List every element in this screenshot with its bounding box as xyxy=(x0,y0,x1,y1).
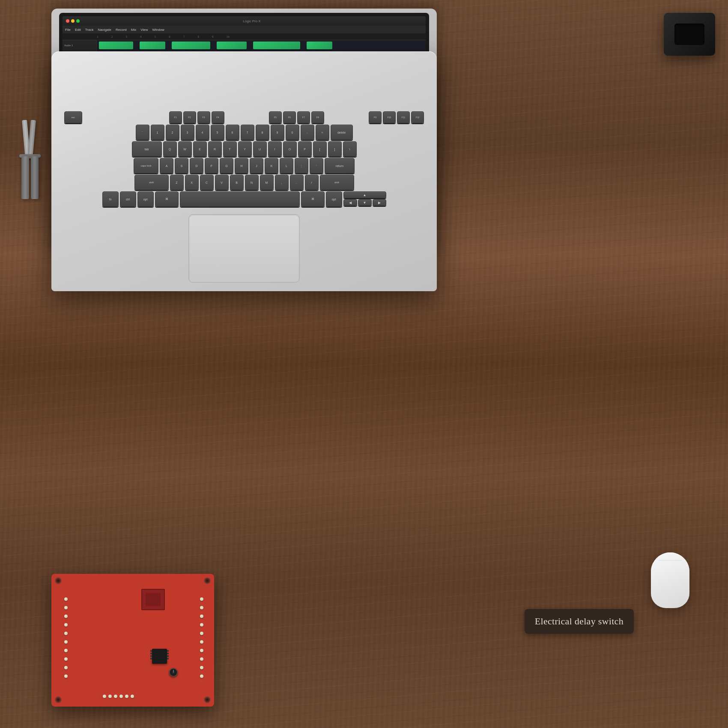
key-delete[interactable]: delete xyxy=(331,125,353,140)
key-8[interactable]: 8 xyxy=(256,125,269,140)
key-f6[interactable]: F6 xyxy=(283,111,296,123)
key-l[interactable]: L xyxy=(280,158,293,173)
key-f1[interactable]: F1 xyxy=(169,111,182,123)
key-arrow-left[interactable]: ◀ xyxy=(343,199,357,206)
key-shift-left[interactable]: shift xyxy=(134,175,169,190)
key-cmd-right[interactable]: ⌘ xyxy=(301,191,325,207)
pcb-potentiometer xyxy=(169,668,178,677)
circuit-board xyxy=(51,574,214,707)
key-6[interactable]: 6 xyxy=(226,125,239,140)
key-f11[interactable]: F11 xyxy=(397,111,410,123)
key-f3[interactable]: F3 xyxy=(197,111,210,123)
key-w[interactable]: W xyxy=(178,141,192,157)
key-tab[interactable]: tab xyxy=(132,141,162,157)
key-v[interactable]: V xyxy=(215,175,229,190)
laptop-trackpad[interactable] xyxy=(188,214,300,283)
key-f[interactable]: F xyxy=(205,158,218,173)
key-f8[interactable]: F8 xyxy=(311,111,324,123)
key-t[interactable]: T xyxy=(223,141,237,157)
key-option[interactable]: opt xyxy=(137,191,154,207)
key-j[interactable]: J xyxy=(250,158,263,173)
key-n[interactable]: N xyxy=(245,175,259,190)
key-a[interactable]: A xyxy=(160,158,173,173)
menu-mix: Mix xyxy=(131,28,136,32)
key-arrow-right[interactable]: ▶ xyxy=(373,199,386,206)
key-d[interactable]: D xyxy=(190,158,203,173)
laptop: Logic Pro X File Edit Track Navigate Rec… xyxy=(51,9,437,291)
key-5[interactable]: 5 xyxy=(211,125,224,140)
key-q[interactable]: Q xyxy=(163,141,177,157)
key-i[interactable]: I xyxy=(268,141,282,157)
key-arrow-up[interactable]: ▲ xyxy=(343,191,386,198)
key-equals[interactable]: = xyxy=(316,125,329,140)
solder-r8 xyxy=(200,657,203,661)
key-bracket-close[interactable]: ] xyxy=(328,141,342,157)
key-slash[interactable]: / xyxy=(305,175,319,190)
key-backtick[interactable]: ` xyxy=(136,125,149,140)
key-f2[interactable]: F2 xyxy=(183,111,196,123)
key-k[interactable]: K xyxy=(265,158,278,173)
key-r[interactable]: R xyxy=(208,141,222,157)
key-f12[interactable]: F12 xyxy=(411,111,424,123)
solder-3 xyxy=(64,615,68,618)
key-minus[interactable]: - xyxy=(301,125,314,140)
key-space[interactable] xyxy=(180,191,300,207)
pcb-bottom-components xyxy=(103,695,134,698)
window-maximize-dot xyxy=(76,19,80,23)
key-3[interactable]: 3 xyxy=(181,125,194,140)
key-f10[interactable]: F10 xyxy=(383,111,396,123)
key-1[interactable]: 1 xyxy=(151,125,164,140)
solder-6 xyxy=(64,640,68,644)
key-fn[interactable]: fn xyxy=(102,191,119,207)
menu-file: File xyxy=(65,28,71,32)
key-h[interactable]: H xyxy=(235,158,248,173)
key-2[interactable]: 2 xyxy=(166,125,179,140)
key-quote[interactable]: ' xyxy=(310,158,323,173)
time-marker-3: 3 xyxy=(125,35,127,38)
key-esc[interactable]: esc xyxy=(64,111,82,123)
key-x[interactable]: X xyxy=(185,175,199,190)
key-p[interactable]: P xyxy=(298,141,312,157)
key-7[interactable]: 7 xyxy=(241,125,254,140)
key-o[interactable]: O xyxy=(283,141,297,157)
key-semicolon[interactable]: ; xyxy=(295,158,308,173)
key-s[interactable]: S xyxy=(175,158,188,173)
solder-r3 xyxy=(200,615,203,618)
key-f4[interactable]: F4 xyxy=(212,111,224,123)
key-9[interactable]: 9 xyxy=(271,125,284,140)
key-capslock[interactable]: caps lock xyxy=(134,158,158,173)
key-f5[interactable]: F5 xyxy=(269,111,282,123)
key-z[interactable]: Z xyxy=(170,175,184,190)
key-comma[interactable]: , xyxy=(275,175,289,190)
key-ctrl[interactable]: ctrl xyxy=(120,191,136,207)
key-period[interactable]: . xyxy=(290,175,304,190)
key-f9[interactable]: F9 xyxy=(369,111,382,123)
solder-b4 xyxy=(119,695,123,698)
key-shift-right[interactable]: shift xyxy=(320,175,354,190)
key-return[interactable]: return xyxy=(325,158,355,173)
label-text: Electrical delay switch xyxy=(535,616,624,627)
keyboard-asdf-row: caps lock A S D F G H J K L ; ' return xyxy=(64,158,424,173)
key-u[interactable]: U xyxy=(253,141,267,157)
key-b[interactable]: B xyxy=(230,175,244,190)
key-g[interactable]: G xyxy=(220,158,233,173)
key-0[interactable]: 0 xyxy=(286,125,299,140)
time-marker-5: 5 xyxy=(155,35,156,38)
solder-5 xyxy=(64,632,68,635)
key-e[interactable]: E xyxy=(193,141,207,157)
key-4[interactable]: 4 xyxy=(196,125,209,140)
solder-b3 xyxy=(114,695,117,698)
solder-r10 xyxy=(200,674,203,678)
key-arrow-down[interactable]: ▼ xyxy=(358,199,372,206)
key-m[interactable]: M xyxy=(260,175,274,190)
device-top-right xyxy=(664,13,715,56)
key-backslash[interactable]: \ xyxy=(343,141,357,157)
key-y[interactable]: Y xyxy=(238,141,252,157)
key-bracket-open[interactable]: [ xyxy=(313,141,327,157)
key-c[interactable]: C xyxy=(200,175,214,190)
key-option-right[interactable]: opt xyxy=(326,191,342,207)
key-f7[interactable]: F7 xyxy=(297,111,310,123)
daw-clip xyxy=(253,42,300,49)
pcb-board-body xyxy=(51,574,214,707)
key-cmd-left[interactable]: ⌘ xyxy=(155,191,179,207)
